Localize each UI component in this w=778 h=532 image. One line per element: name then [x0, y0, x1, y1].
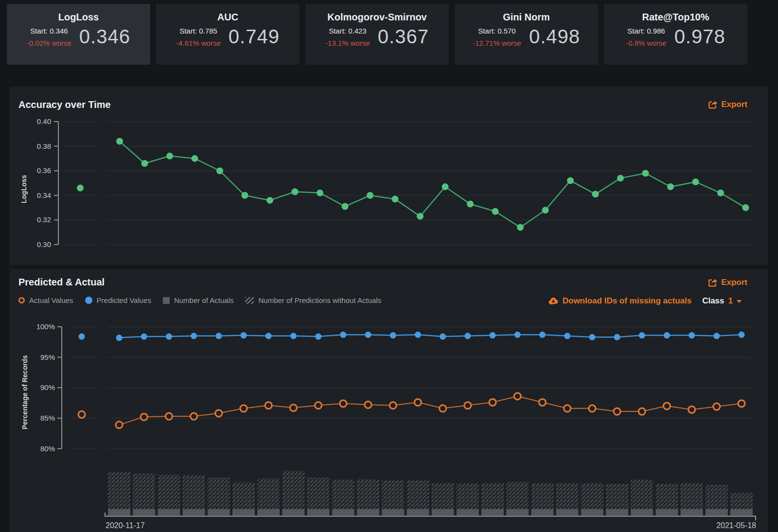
svg-text:LogLoss: LogLoss [20, 175, 28, 203]
metric-start-value: Start: 0.423 [329, 27, 367, 35]
metric-card-title: AUC [217, 12, 238, 23]
svg-text:0.34: 0.34 [37, 191, 51, 199]
svg-text:2020-11-17: 2020-11-17 [106, 521, 145, 530]
download-missing-actuals-button[interactable]: Download IDs of missing actuals [548, 296, 691, 306]
class-selector-label: Class [702, 296, 724, 306]
svg-text:0.30: 0.30 [37, 240, 51, 248]
chevron-down-icon [737, 300, 742, 303]
svg-text:0.40: 0.40 [37, 117, 51, 125]
metric-card-kolmogorov-smirnov[interactable]: Kolmogorov-Smirnov Start: 0.423 -13.1% w… [305, 4, 449, 65]
panel-title-accuracy: Accuracy over Time [18, 99, 111, 110]
metric-delta: -0.8% worse [626, 39, 666, 47]
metric-current-value: 0.978 [674, 26, 725, 48]
legend-actual-values[interactable]: Actual Values [18, 296, 73, 304]
predicted-actual-panel: 100%95%90%85%80%Percentage of Records202… [10, 269, 768, 532]
metric-delta: -4.61% worse [176, 39, 221, 47]
svg-text:0.38: 0.38 [37, 142, 51, 150]
metric-delta: -13.1% worse [325, 39, 370, 47]
predicted-actual-chart[interactable]: 100%95%90%85%80%Percentage of Records202… [10, 269, 768, 532]
export-icon [708, 100, 718, 109]
square-icon [163, 297, 170, 304]
metric-current-value: 0.498 [529, 26, 580, 48]
metric-card-gini-norm[interactable]: Gini Norm Start: 0.570 -12.71% worse 0.4… [455, 4, 598, 65]
metric-card-auc[interactable]: AUC Start: 0.785 -4.61% worse 0.749 [156, 4, 300, 65]
metric-delta: -12.71% worse [473, 39, 521, 47]
svg-text:0.36: 0.36 [37, 166, 51, 175]
metric-card-logloss[interactable]: LogLoss Start: 0.346 -0.02% worse 0.346 [7, 4, 150, 65]
export-label: Export [721, 100, 747, 109]
class-selector[interactable]: Class 1 [702, 296, 742, 306]
metric-cards-row: LogLoss Start: 0.346 -0.02% worse 0.346 … [7, 4, 747, 65]
accuracy-chart[interactable]: 0.400.380.360.340.320.30LogLoss [10, 87, 768, 265]
metric-card-rate-top10[interactable]: Rate@Top10% Start: 0.986 -0.8% worse 0.9… [604, 4, 747, 65]
export-label: Export [721, 278, 747, 287]
hatch-icon [245, 297, 254, 304]
metric-card-title: Kolmogorov-Smirnov [327, 12, 426, 23]
metric-start-value: Start: 0.570 [478, 27, 516, 35]
svg-text:Percentage of Records: Percentage of Records [21, 355, 29, 429]
predicted-actual-controls: Download IDs of missing actuals Class 1 [548, 296, 742, 306]
metric-delta: -0.02% worse [27, 39, 71, 47]
open-circle-icon [18, 297, 25, 303]
svg-text:90%: 90% [40, 383, 55, 391]
legend-predictions-without-actuals[interactable]: Number of Predictions without Actuals [245, 296, 381, 304]
class-selector-value: 1 [728, 296, 733, 306]
filled-circle-icon [85, 297, 92, 304]
metric-card-title: Gini Norm [503, 12, 550, 23]
download-missing-actuals-label: Download IDs of missing actuals [563, 296, 691, 306]
metric-card-title: Rate@Top10% [642, 12, 709, 23]
svg-text:85%: 85% [40, 414, 55, 422]
cloud-download-icon [548, 297, 559, 305]
panel-title-predicted-actual: Predicted & Actual [18, 277, 105, 288]
legend-label: Number of Predictions without Actuals [258, 296, 381, 304]
svg-text:95%: 95% [40, 353, 55, 361]
svg-text:80%: 80% [40, 444, 55, 453]
export-button[interactable]: Export [708, 100, 747, 109]
metric-current-value: 0.346 [79, 26, 130, 48]
metric-start-value: Start: 0.785 [179, 27, 217, 35]
legend-predicted-values[interactable]: Predicted Values [85, 296, 151, 304]
legend-number-of-actuals[interactable]: Number of Actuals [163, 296, 234, 304]
svg-text:2021-05-18: 2021-05-18 [716, 521, 756, 530]
legend-label: Predicted Values [97, 296, 151, 304]
legend-label: Number of Actuals [174, 296, 234, 304]
metric-current-value: 0.367 [378, 26, 429, 48]
accuracy-over-time-panel: 0.400.380.360.340.320.30LogLoss Accuracy… [10, 87, 768, 265]
metric-current-value: 0.749 [229, 26, 280, 48]
svg-text:0.32: 0.32 [37, 215, 51, 224]
export-button[interactable]: Export [708, 278, 747, 287]
metric-card-title: LogLoss [58, 12, 99, 23]
legend-label: Actual Values [29, 296, 73, 304]
svg-text:100%: 100% [36, 322, 55, 331]
metric-start-value: Start: 0.986 [627, 27, 665, 35]
export-icon [708, 278, 718, 287]
chart-legend: Actual Values Predicted Values Number of… [18, 296, 381, 304]
metric-start-value: Start: 0.346 [30, 27, 68, 35]
